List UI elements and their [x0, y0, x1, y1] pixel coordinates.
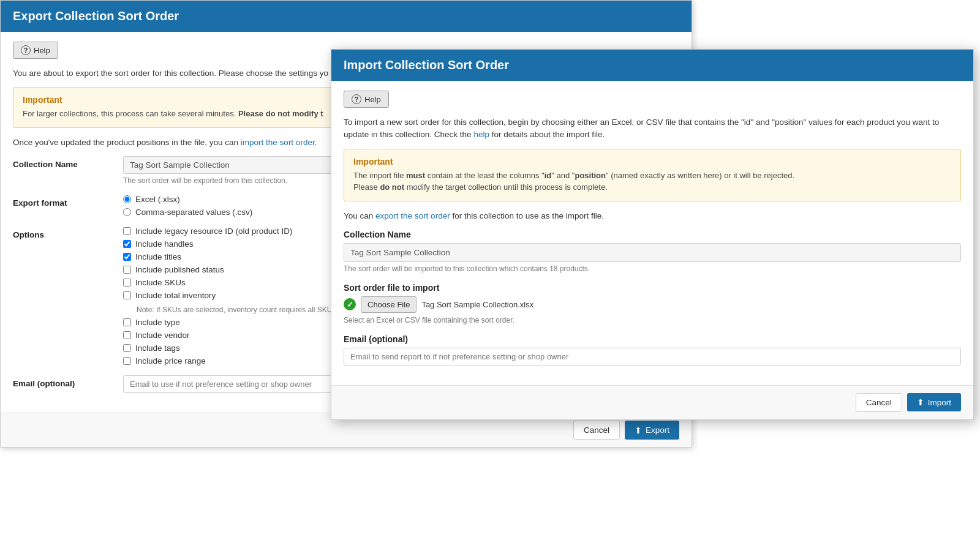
- export-email-label: Email (optional): [13, 375, 123, 388]
- export-action-button[interactable]: ⬆ Export: [625, 421, 679, 440]
- export-panel-header: Export Collection Sort Order: [1, 1, 692, 32]
- import-description: To import a new sort order for this coll…: [344, 116, 961, 141]
- export-sort-order-link[interactable]: export the sort order: [375, 211, 450, 220]
- import-file-hint: Select an Excel or CSV file containing t…: [344, 316, 961, 324]
- export-cancel-button[interactable]: Cancel: [573, 421, 620, 440]
- import-action-button[interactable]: ⬆ Import: [907, 393, 961, 411]
- file-check-icon: ✓: [344, 298, 356, 310]
- import-help-icon: ?: [352, 94, 361, 104]
- import-export-link-text: You can export the sort order for this c…: [344, 210, 961, 222]
- import-collection-name-hint: The sort order will be imported to this …: [344, 264, 961, 273]
- export-collection-name-label: Collection Name: [13, 156, 123, 169]
- export-options-label: Options: [13, 227, 123, 239]
- export-title: Export Collection Sort Order: [13, 9, 179, 23]
- import-panel-header: Import Collection Sort Order: [331, 50, 973, 81]
- import-link[interactable]: import the sort order.: [241, 138, 317, 147]
- import-important-title: Important: [353, 157, 951, 167]
- import-email-label: Email (optional): [344, 334, 961, 344]
- import-help-link[interactable]: help: [473, 130, 489, 139]
- import-help-button[interactable]: ? Help: [344, 91, 389, 108]
- import-important-box: Important The import file must contain a…: [344, 149, 961, 201]
- selected-file-name: Tag Sort Sample Collection.xlsx: [421, 300, 533, 309]
- import-panel: Import Collection Sort Order ? Help To i…: [331, 49, 974, 420]
- import-collection-name-section: Collection Name The sort order will be i…: [344, 230, 961, 273]
- import-file-label: Sort order file to import: [344, 283, 961, 293]
- import-footer: Cancel ⬆ Import: [331, 385, 973, 419]
- import-file-row: ✓ Choose File Tag Sort Sample Collection…: [344, 296, 961, 313]
- import-collection-name-label: Collection Name: [344, 230, 961, 239]
- choose-file-button[interactable]: Choose File: [361, 296, 417, 313]
- export-format-label: Export format: [13, 195, 123, 208]
- import-cancel-button[interactable]: Cancel: [856, 393, 902, 412]
- import-collection-name-input: [344, 243, 961, 262]
- import-email-section: Email (optional): [344, 334, 961, 365]
- help-icon: ?: [21, 45, 31, 55]
- export-help-button[interactable]: ? Help: [13, 42, 58, 59]
- import-important-text: The import file must contain at the leas…: [353, 170, 951, 193]
- import-file-section: Sort order file to import ✓ Choose File …: [344, 283, 961, 324]
- import-email-input[interactable]: [344, 348, 961, 365]
- import-title: Import Collection Sort Order: [344, 58, 509, 72]
